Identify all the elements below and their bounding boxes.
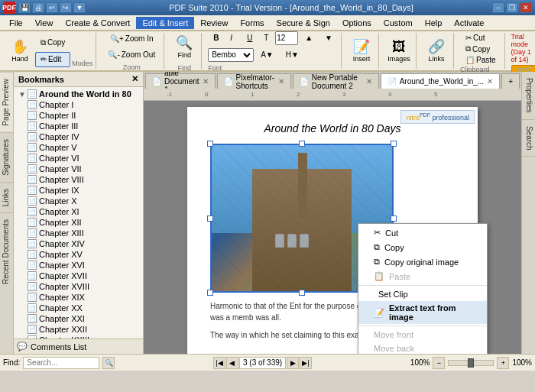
italic-btn[interactable]: I [225,31,240,46]
first-page-btn[interactable]: |◀ [213,357,225,369]
zoom-slider-thumb[interactable] [468,358,474,368]
list-item[interactable]: 📄Chapter XVIII [15,281,141,292]
font-highlight-btn[interactable]: H▼ [280,47,304,63]
menu-view[interactable]: View [29,17,60,29]
quick-save-btn[interactable]: 💾 [18,2,31,13]
bookmarks-tree[interactable]: ▼ 📄 Around the World in 80 📄Chapter I 📄C… [14,87,143,339]
zoom-slider[interactable] [448,360,494,366]
resize-handle-tl[interactable] [207,141,213,147]
list-item[interactable]: 📄Chapter I [15,99,141,110]
left-tab-page-preview[interactable]: Page Preview [0,72,13,132]
list-item[interactable]: 📄Chapter VIII [15,174,141,185]
last-page-btn[interactable]: ▶| [300,357,312,369]
font-size-input[interactable] [275,31,298,45]
list-item[interactable]: 📄Chapter V [15,142,141,153]
menu-forms[interactable]: Forms [234,17,270,29]
close-btn[interactable]: ✕ [520,2,532,13]
menu-create-convert[interactable]: Create & Convert [59,17,136,29]
ctx-cut[interactable]: ✂Cut [358,225,487,240]
ctx-copy-original[interactable]: ⧉Copy original image [358,254,487,269]
list-item[interactable]: 📄Chapter XV [15,249,141,260]
ctx-extract-text[interactable]: 📝Extract text from image [358,301,487,324]
links-btn[interactable]: 🔗 Links [423,34,450,68]
list-item[interactable]: 📄Chapter XVI [15,260,141,271]
minimize-btn[interactable]: − [492,2,504,13]
zoom-in-status-btn[interactable]: + [497,357,509,369]
comments-bar[interactable]: 💬 Comments List [14,339,143,354]
list-item[interactable]: 📄Chapter XIV [15,238,141,249]
doc-tab-close-3[interactable]: ✕ [366,77,372,86]
zoom-out-btn[interactable]: 🔍- Zoom Out [102,47,160,63]
resize-handle-ml[interactable] [207,215,213,222]
tree-root[interactable]: ▼ 📄 Around the World in 80 [15,89,141,99]
ctx-copy[interactable]: ⧉Copy [358,240,487,254]
bold-btn[interactable]: B [208,31,223,46]
resize-handle-bm[interactable] [299,290,305,296]
hand-btn[interactable]: ✋ Hand [6,34,34,68]
text-btn[interactable]: T [258,31,274,46]
doc-tab-close-4[interactable]: ✕ [487,77,493,86]
new-tab-btn[interactable]: + [501,73,520,89]
list-item[interactable]: 📄Chapter IV [15,131,141,142]
document-content[interactable]: nitroPDF professional Around the World i… [144,101,521,354]
menu-edit-insert[interactable]: Edit & Insert [136,17,194,29]
doc-tab-3[interactable]: 📄 New Portable Document 2 ✕ [293,73,379,89]
search-go-btn[interactable]: 🔍 [102,357,115,369]
right-tab-search[interactable]: Search [522,120,535,157]
menu-options[interactable]: Options [336,17,378,29]
doc-tab-1[interactable]: 📄 able Document 1 ✕ [145,73,216,89]
list-item[interactable]: 📄Chapter XVII [15,271,141,281]
copy-btn[interactable]: ⧉ Copy [35,35,70,50]
find-input[interactable] [23,357,99,369]
right-tab-properties[interactable]: Properties [522,72,535,120]
edit-btn[interactable]: ✏ Edit [35,52,70,67]
doc-tab-close-2[interactable]: ✕ [278,77,284,86]
font-size-down-btn[interactable]: ▼ [319,31,338,46]
cut-btn[interactable]: ✂ Cut [460,33,491,43]
menu-activate[interactable]: Activate [448,17,490,29]
list-item[interactable]: 📄Chapter XXI [15,313,141,324]
next-page-btn[interactable]: ▶ [287,357,299,369]
doc-tab-close-1[interactable]: ✕ [203,77,209,86]
doc-tab-2[interactable]: 📄 Pixelmator-Shortcuts ✕ [217,73,291,89]
paste-btn[interactable]: 📋 Paste [460,55,501,65]
quick-options-btn[interactable]: ▼ [73,2,86,13]
underline-btn[interactable]: U [242,31,257,46]
menu-secure-sign[interactable]: Secure & Sign [271,17,336,29]
bookmarks-close-btn[interactable]: ✕ [131,74,138,84]
find-btn[interactable]: 🔍 Find [170,31,198,64]
zoom-out-status-btn[interactable]: − [433,357,445,369]
list-item[interactable]: 📄Chapter XIII [15,228,141,238]
menu-file[interactable]: File [3,17,29,29]
ctx-set-clip[interactable]: Set Clip [358,287,487,301]
font-select[interactable]: Bembo [208,48,254,62]
list-item[interactable]: 📄Chapter IX [15,185,141,196]
prev-page-btn[interactable]: ◀ [226,357,238,369]
list-item[interactable]: 📄Chapter III [15,121,141,131]
quick-print-btn[interactable]: 🖨 [32,2,44,13]
list-item[interactable]: 📄Chapter XIX [15,292,141,303]
left-tab-recent[interactable]: Recent Documents [0,212,13,290]
list-item[interactable]: 📄Chapter XXII [15,324,141,335]
left-tab-signatures[interactable]: Signatures [0,132,13,182]
font-size-up-btn[interactable]: ▲ [300,31,318,46]
images-btn[interactable]: 🖼 Images [385,34,413,68]
menu-help[interactable]: Help [419,17,449,29]
list-item[interactable]: 📄Chapter VI [15,153,141,164]
doc-tab-4[interactable]: 📄 Around_the_World_in_... ✕ [381,73,500,89]
list-item[interactable]: 📄Chapter II [15,110,141,121]
resize-handle-bl[interactable] [207,290,213,296]
list-item[interactable]: 📄Chapter XII [15,217,141,228]
restore-btn[interactable]: ❐ [506,2,518,13]
zoom-in-btn[interactable]: 🔍+ Zoom In [105,31,159,47]
menu-custom[interactable]: Custom [378,17,419,29]
clipboard-copy-btn[interactable]: ⧉ Copy [460,44,495,54]
resize-handle-mr[interactable] [391,215,397,222]
list-item[interactable]: 📄Chapter VII [15,164,141,174]
quick-undo-btn[interactable]: ↩ [46,2,58,13]
quick-redo-btn[interactable]: ↪ [60,2,72,13]
menu-review[interactable]: Review [194,17,234,29]
resize-handle-tm[interactable] [299,141,305,147]
insert-btn[interactable]: 📝 Insert [348,34,375,68]
left-tab-links[interactable]: Links [0,182,13,212]
